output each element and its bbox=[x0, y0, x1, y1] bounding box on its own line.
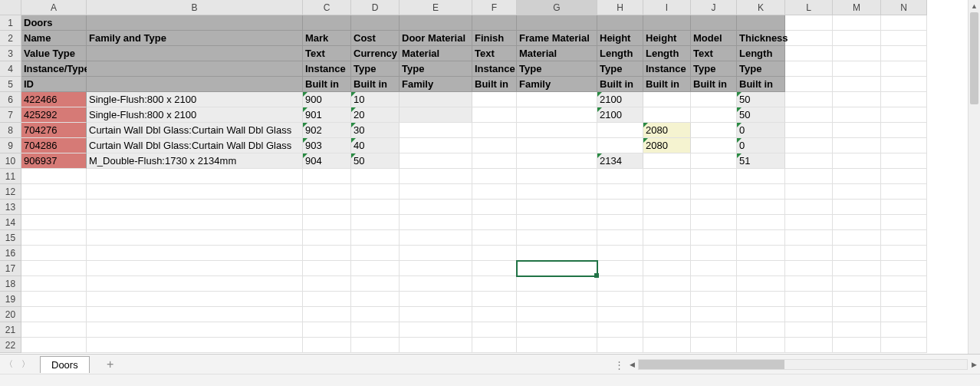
cell-C5[interactable]: Built in bbox=[303, 77, 351, 92]
cell-A18[interactable] bbox=[21, 276, 87, 292]
cell-B13[interactable] bbox=[87, 200, 303, 215]
cell-M9[interactable] bbox=[833, 138, 881, 153]
cell-G10[interactable] bbox=[517, 153, 597, 169]
cell-I5[interactable]: Built in bbox=[643, 77, 691, 92]
cell-A10[interactable]: 906937 bbox=[21, 153, 87, 169]
cell-A11[interactable] bbox=[21, 169, 87, 184]
cell-E12[interactable] bbox=[400, 184, 472, 200]
cell-N8[interactable] bbox=[881, 123, 927, 138]
cell-B19[interactable] bbox=[87, 292, 303, 307]
cell-J1[interactable] bbox=[691, 15, 737, 31]
cell-A3[interactable]: Value Type bbox=[21, 46, 87, 61]
cell-F4[interactable]: Instance bbox=[472, 61, 517, 77]
row-header-16[interactable]: 16 bbox=[0, 246, 21, 261]
cell-L15[interactable] bbox=[785, 230, 833, 246]
cell-C16[interactable] bbox=[303, 246, 351, 261]
row-header-20[interactable]: 20 bbox=[0, 307, 21, 322]
cell-M15[interactable] bbox=[833, 230, 881, 246]
row-header-7[interactable]: 7 bbox=[0, 107, 21, 123]
cell-I21[interactable] bbox=[643, 322, 691, 338]
cell-A9[interactable]: 704286 bbox=[21, 138, 87, 153]
cell-D14[interactable] bbox=[351, 215, 400, 230]
cell-F5[interactable]: Built in bbox=[472, 77, 517, 92]
cell-A5[interactable]: ID bbox=[21, 77, 87, 92]
cell-L13[interactable] bbox=[785, 200, 833, 215]
cell-E16[interactable] bbox=[400, 246, 472, 261]
cell-G1[interactable] bbox=[517, 15, 597, 31]
cell-L18[interactable] bbox=[785, 276, 833, 292]
cell-M22[interactable] bbox=[833, 338, 881, 353]
cell-K16[interactable] bbox=[737, 246, 785, 261]
cell-C11[interactable] bbox=[303, 169, 351, 184]
cell-L11[interactable] bbox=[785, 169, 833, 184]
cell-H21[interactable] bbox=[597, 322, 643, 338]
cell-G16[interactable] bbox=[517, 246, 597, 261]
cell-I15[interactable] bbox=[643, 230, 691, 246]
cell-A17[interactable] bbox=[21, 261, 87, 276]
cell-L10[interactable] bbox=[785, 153, 833, 169]
cell-L19[interactable] bbox=[785, 292, 833, 307]
cell-B2[interactable]: Family and Type bbox=[87, 31, 303, 46]
cell-E10[interactable] bbox=[400, 153, 472, 169]
cell-D22[interactable] bbox=[351, 338, 400, 353]
cell-H12[interactable] bbox=[597, 184, 643, 200]
vertical-scrollbar[interactable]: ▲ ▼ bbox=[968, 0, 980, 354]
cell-N14[interactable] bbox=[881, 215, 927, 230]
cell-N3[interactable] bbox=[881, 46, 927, 61]
cell-G19[interactable] bbox=[517, 292, 597, 307]
row-header-5[interactable]: 5 bbox=[0, 77, 21, 92]
row-header-8[interactable]: 8 bbox=[0, 123, 21, 138]
cell-A14[interactable] bbox=[21, 215, 87, 230]
tab-nav-prev[interactable]: 〈 bbox=[0, 358, 17, 370]
cell-C14[interactable] bbox=[303, 215, 351, 230]
cell-A20[interactable] bbox=[21, 307, 87, 322]
cell-H22[interactable] bbox=[597, 338, 643, 353]
cell-D8[interactable]: 30 bbox=[351, 123, 400, 138]
cell-A21[interactable] bbox=[21, 322, 87, 338]
cell-I10[interactable] bbox=[643, 153, 691, 169]
cell-D12[interactable] bbox=[351, 184, 400, 200]
cell-L3[interactable] bbox=[785, 46, 833, 61]
cell-M8[interactable] bbox=[833, 123, 881, 138]
cell-L22[interactable] bbox=[785, 338, 833, 353]
cell-K12[interactable] bbox=[737, 184, 785, 200]
scroll-left-button[interactable]: ◀ bbox=[626, 361, 638, 368]
cell-K13[interactable] bbox=[737, 200, 785, 215]
cell-H8[interactable] bbox=[597, 123, 643, 138]
cell-F1[interactable] bbox=[472, 15, 517, 31]
cell-K1[interactable] bbox=[737, 15, 785, 31]
cell-C2[interactable]: Mark bbox=[303, 31, 351, 46]
cell-A6[interactable]: 422466 bbox=[21, 92, 87, 107]
cell-J6[interactable] bbox=[691, 92, 737, 107]
cell-B15[interactable] bbox=[87, 230, 303, 246]
cell-N4[interactable] bbox=[881, 61, 927, 77]
cell-D13[interactable] bbox=[351, 200, 400, 215]
cell-C19[interactable] bbox=[303, 292, 351, 307]
selected-cell[interactable] bbox=[517, 261, 597, 276]
cell-E11[interactable] bbox=[400, 169, 472, 184]
cell-H6[interactable]: 2100 bbox=[597, 92, 643, 107]
cell-G8[interactable] bbox=[517, 123, 597, 138]
cell-J5[interactable]: Built in bbox=[691, 77, 737, 92]
cell-F12[interactable] bbox=[472, 184, 517, 200]
cell-K18[interactable] bbox=[737, 276, 785, 292]
cell-L4[interactable] bbox=[785, 61, 833, 77]
cell-I16[interactable] bbox=[643, 246, 691, 261]
cell-A12[interactable] bbox=[21, 184, 87, 200]
cell-D18[interactable] bbox=[351, 276, 400, 292]
cell-G18[interactable] bbox=[517, 276, 597, 292]
cell-K7[interactable]: 50 bbox=[737, 107, 785, 123]
cell-C13[interactable] bbox=[303, 200, 351, 215]
cell-I3[interactable]: Length bbox=[643, 46, 691, 61]
cell-M13[interactable] bbox=[833, 200, 881, 215]
cell-E18[interactable] bbox=[400, 276, 472, 292]
cell-J7[interactable] bbox=[691, 107, 737, 123]
cell-M19[interactable] bbox=[833, 292, 881, 307]
cell-M3[interactable] bbox=[833, 46, 881, 61]
cell-H5[interactable]: Built in bbox=[597, 77, 643, 92]
cell-A16[interactable] bbox=[21, 246, 87, 261]
row-header-12[interactable]: 12 bbox=[0, 184, 21, 200]
cell-C10[interactable]: 904 bbox=[303, 153, 351, 169]
cell-J16[interactable] bbox=[691, 246, 737, 261]
cell-D15[interactable] bbox=[351, 230, 400, 246]
